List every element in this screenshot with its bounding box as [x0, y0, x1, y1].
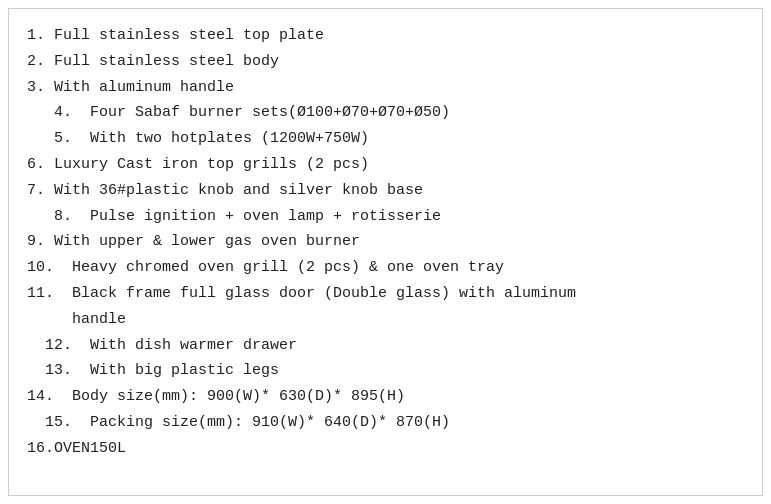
list-item: 6. Luxury Cast iron top grills (2 pcs): [27, 152, 744, 178]
list-item: 13. With big plastic legs: [27, 358, 744, 384]
list-item: 1. Full stainless steel top plate: [27, 23, 744, 49]
list-item: 11. Black frame full glass door (Double …: [27, 281, 744, 307]
list-item: 2. Full stainless steel body: [27, 49, 744, 75]
list-item: 16.OVEN150L: [27, 436, 744, 462]
list-item: handle: [27, 307, 744, 333]
list-item: 3. With aluminum handle: [27, 75, 744, 101]
list-item: 9. With upper & lower gas oven burner: [27, 229, 744, 255]
list-item: 10. Heavy chromed oven grill (2 pcs) & o…: [27, 255, 744, 281]
list-item: 5. With two hotplates (1200W+750W): [27, 126, 744, 152]
spec-list: 1. Full stainless steel top plate2. Full…: [27, 23, 744, 462]
list-item: 14. Body size(mm): 900(W)* 630(D)* 895(H…: [27, 384, 744, 410]
list-item: 12. With dish warmer drawer: [27, 333, 744, 359]
list-item: 15. Packing size(mm): 910(W)* 640(D)* 87…: [27, 410, 744, 436]
spec-container: 1. Full stainless steel top plate2. Full…: [8, 8, 763, 496]
list-item: 7. With 36#plastic knob and silver knob …: [27, 178, 744, 204]
list-item: 4. Four Sabaf burner sets(Ø100+Ø70+Ø70+Ø…: [27, 100, 744, 126]
list-item: 8. Pulse ignition + oven lamp + rotisser…: [27, 204, 744, 230]
